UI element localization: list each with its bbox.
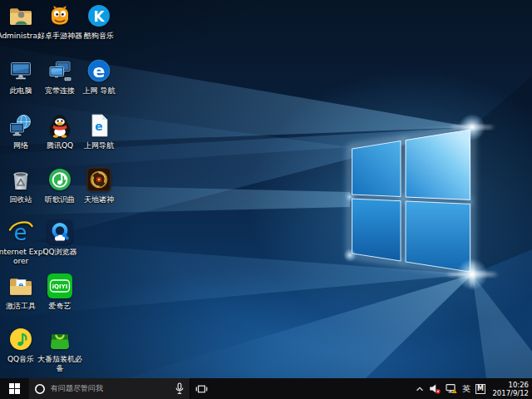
qq-music-icon (7, 326, 34, 352)
network-status-button[interactable] (446, 383, 457, 394)
windows-desktop-screen: Administra... 好卓手游神器 K 酷狗音乐 (0, 0, 532, 399)
green-bag-icon (47, 326, 73, 352)
clock-time: 10:26 (490, 381, 529, 389)
desktop-icon-web-nav-doc[interactable]: e 上网导航 (80, 112, 118, 150)
kugou-k-icon: K (86, 2, 112, 29)
network-warning-icon (446, 383, 457, 394)
recycle-bin-icon (7, 166, 34, 193)
activation-folder-icon: e (7, 273, 34, 299)
taskbar-clock[interactable]: 10:26 2017/9/12 (490, 381, 530, 397)
svg-text:iQIYI: iQIYI (52, 283, 68, 290)
cortana-search-box[interactable]: 有问题尽管问我 (28, 378, 190, 399)
volume-muted-button[interactable] (429, 383, 441, 394)
task-view-button[interactable] (190, 378, 212, 399)
windows-logo-icon (9, 383, 20, 394)
ime-language-indicator[interactable]: 英 (462, 383, 470, 395)
desktop-icon-web-nav[interactable]: e 上网 导航 (80, 57, 118, 96)
task-view-icon (195, 384, 208, 394)
chevron-up-icon (416, 386, 424, 392)
network-globe-icon (7, 112, 34, 139)
microphone-icon[interactable] (175, 382, 185, 395)
start-button[interactable] (0, 378, 28, 399)
icon-label: 爱奇艺 (34, 302, 86, 311)
browser-e-circle-icon: e (86, 57, 112, 84)
icon-label: 上网导航 (73, 141, 125, 150)
desktop-icon-kugou-music[interactable]: K 酷狗音乐 (80, 2, 118, 41)
icon-label: 天地诸神 (73, 195, 125, 204)
taskbar: 有问题尽管问我 (0, 378, 532, 399)
computer-monitor-icon (7, 57, 34, 84)
desktop-icon-datomato[interactable]: 大番茄装机必备 (41, 326, 79, 372)
desktop[interactable]: Administra... 好卓手游神器 K 酷狗音乐 (0, 0, 532, 378)
user-folder-icon (7, 2, 34, 29)
cortana-icon (34, 383, 46, 395)
speaker-mute-icon (429, 383, 441, 394)
golden-dragon-game-icon (86, 166, 112, 193)
document-e-icon: e (86, 112, 112, 139)
ime-mode-indicator[interactable]: M (475, 384, 485, 394)
desktop-icon-qq-browser[interactable]: QQ浏览器 (41, 219, 79, 257)
qq-penguin-icon (47, 112, 73, 139)
iqiyi-icon: iQIYI (47, 273, 73, 299)
icon-label: 大番茄装机必备 (34, 355, 86, 372)
music-recognition-icon (47, 166, 73, 193)
internet-explorer-icon: e (7, 219, 34, 245)
icon-label: 酷狗音乐 (73, 32, 125, 41)
search-placeholder-text: 有问题尽管问我 (51, 383, 171, 394)
svg-text:K: K (93, 8, 105, 25)
show-hidden-icons-button[interactable] (416, 386, 424, 392)
icon-label: QQ浏览器 (34, 248, 86, 257)
broadband-connection-icon (47, 57, 73, 84)
desktop-icon-tiandi-gods[interactable]: 天地诸神 (80, 166, 118, 204)
system-tray: 英 M 10:26 2017/9/12 (416, 378, 532, 399)
svg-text:e: e (93, 61, 106, 81)
icon-label: 上网 导航 (73, 86, 125, 96)
qq-browser-icon (47, 219, 73, 245)
desktop-icon-iqiyi[interactable]: iQIYI 爱奇艺 (41, 273, 79, 311)
orange-monster-icon (47, 2, 73, 29)
clock-date: 2017/9/12 (490, 389, 529, 397)
desktop-icon-internet-explorer[interactable]: e Internet Explorer (2, 219, 40, 265)
svg-text:e: e (95, 120, 103, 133)
